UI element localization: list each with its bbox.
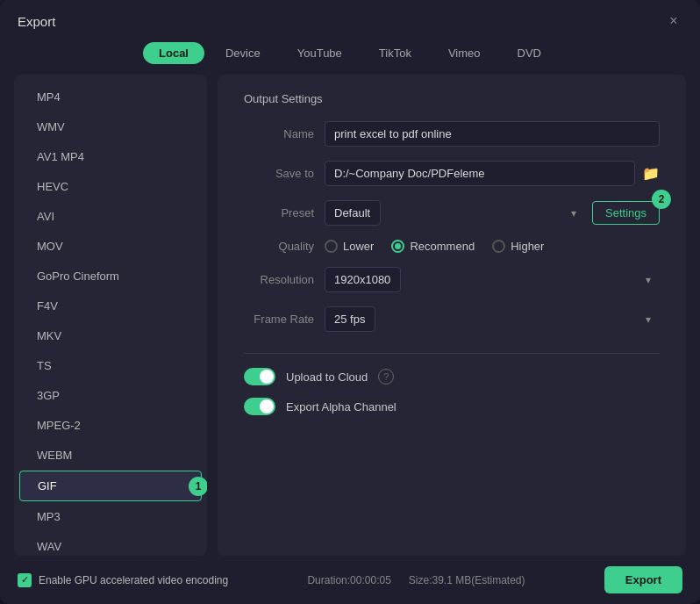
sidebar-item-mpeg2[interactable]: MPEG-2 (19, 411, 202, 440)
bottom-bar: ✓ Enable GPU accelerated video encoding … (0, 556, 700, 604)
sidebar-item-wav[interactable]: WAV (19, 532, 202, 556)
tab-local[interactable]: Local (143, 42, 204, 64)
export-alpha-toggle[interactable] (244, 398, 275, 415)
upload-cloud-label: Upload to Cloud (286, 370, 368, 384)
export-alpha-label: Export Alpha Channel (286, 400, 396, 413)
sidebar-item-mkv[interactable]: MKV (19, 321, 202, 350)
quality-options: Lower Recommend Higher (325, 240, 660, 253)
settings-panel: Output Settings Name Save to 📁 Preset (218, 75, 686, 556)
tab-bar: Local Device YouTube TikTok Vimeo DVD (0, 39, 700, 75)
upload-cloud-toggle[interactable] (244, 368, 275, 385)
save-to-input[interactable] (325, 161, 635, 186)
tab-vimeo[interactable]: Vimeo (432, 42, 496, 64)
quality-higher-label: Higher (511, 240, 544, 253)
tab-dvd[interactable]: DVD (502, 42, 557, 64)
sidebar-item-3gp[interactable]: 3GP (19, 381, 202, 410)
sidebar-item-f4v[interactable]: F4V (19, 291, 202, 320)
tab-youtube[interactable]: YouTube (282, 42, 358, 64)
divider (244, 353, 660, 354)
tab-device[interactable]: Device (210, 42, 276, 64)
quality-lower-label: Lower (343, 240, 374, 253)
sidebar-item-gopro[interactable]: GoPro Cineform (19, 262, 202, 291)
sidebar-item-ts[interactable]: TS (19, 351, 202, 380)
save-to-label: Save to (244, 167, 314, 180)
quality-lower[interactable]: Lower (325, 240, 374, 253)
settings-badge-2: 2 (652, 190, 671, 209)
save-to-input-group: 📁 (325, 161, 660, 186)
sidebar-item-mov[interactable]: MOV (19, 232, 202, 261)
panel-title: Output Settings (244, 92, 660, 105)
resolution-select-wrapper: 1920x1080 (325, 267, 660, 292)
name-input[interactable] (325, 121, 660, 147)
radio-lower-circle (325, 240, 338, 253)
size-label: Size:39.1 MB(Estimated) (409, 574, 525, 586)
settings-button[interactable]: Settings 2 (592, 201, 660, 225)
sidebar-badge-1: 1 (189, 477, 207, 496)
resolution-select[interactable]: 1920x1080 (325, 267, 401, 292)
close-button[interactable]: × (665, 12, 682, 30)
quality-row: Quality Lower Recommend Higher (244, 240, 660, 253)
gpu-checkbox[interactable]: ✓ (18, 573, 32, 587)
frame-rate-row: Frame Rate 25 fps (244, 306, 660, 332)
main-content: MP4 WMV AV1 MP4 HEVC AVI MOV GoPro Cinef… (0, 75, 700, 556)
sidebar-item-mp3[interactable]: MP3 (19, 502, 202, 531)
sidebar-item-mp4[interactable]: MP4 (19, 83, 202, 111)
frame-rate-select-wrapper: 25 fps (325, 306, 660, 332)
quality-recommend-label: Recommend (410, 240, 475, 253)
sidebar-item-webm[interactable]: WEBM (19, 441, 202, 470)
save-to-row: Save to 📁 (244, 161, 660, 186)
sidebar-item-av1mp4[interactable]: AV1 MP4 (19, 142, 202, 171)
name-row: Name (244, 121, 660, 147)
preset-input-group: Default Settings 2 (325, 200, 660, 226)
sidebar-item-gif[interactable]: GIF 1 (19, 471, 202, 501)
gpu-label: Enable GPU accelerated video encoding (39, 574, 228, 586)
tab-tiktok[interactable]: TikTok (363, 42, 427, 64)
title-bar: Export × (0, 0, 700, 39)
frame-rate-label: Frame Rate (244, 313, 314, 326)
dialog-title: Export (18, 14, 55, 29)
export-alpha-row: Export Alpha Channel (244, 398, 660, 415)
export-dialog: Export × Local Device YouTube TikTok Vim… (0, 0, 700, 604)
resolution-label: Resolution (244, 273, 314, 286)
folder-icon[interactable]: 📁 (642, 165, 660, 182)
quality-label: Quality (244, 240, 314, 253)
upload-cloud-help-icon[interactable]: ? (378, 369, 394, 385)
preset-select-wrapper: Default (325, 200, 585, 226)
format-sidebar: MP4 WMV AV1 MP4 HEVC AVI MOV GoPro Cinef… (14, 75, 207, 556)
frame-rate-select[interactable]: 25 fps (325, 306, 375, 332)
sidebar-item-wmv[interactable]: WMV (19, 112, 202, 141)
sidebar-item-hevc[interactable]: HEVC (19, 172, 202, 201)
preset-row: Preset Default Settings 2 (244, 200, 660, 226)
quality-higher[interactable]: Higher (492, 240, 544, 253)
quality-recommend[interactable]: Recommend (391, 240, 475, 253)
upload-cloud-row: Upload to Cloud ? (244, 368, 660, 385)
resolution-row: Resolution 1920x1080 (244, 267, 660, 292)
sidebar-item-avi[interactable]: AVI (19, 202, 202, 231)
bottom-info: Duration:00:00:05 Size:39.1 MB(Estimated… (307, 574, 525, 586)
preset-select[interactable]: Default (325, 200, 381, 226)
radio-recommend-circle (391, 240, 404, 253)
gpu-check-group: ✓ Enable GPU accelerated video encoding (18, 573, 228, 587)
export-button[interactable]: Export (604, 566, 682, 593)
name-label: Name (244, 127, 314, 140)
duration-label: Duration:00:00:05 (307, 574, 390, 586)
preset-label: Preset (244, 206, 314, 219)
radio-higher-circle (492, 240, 505, 253)
